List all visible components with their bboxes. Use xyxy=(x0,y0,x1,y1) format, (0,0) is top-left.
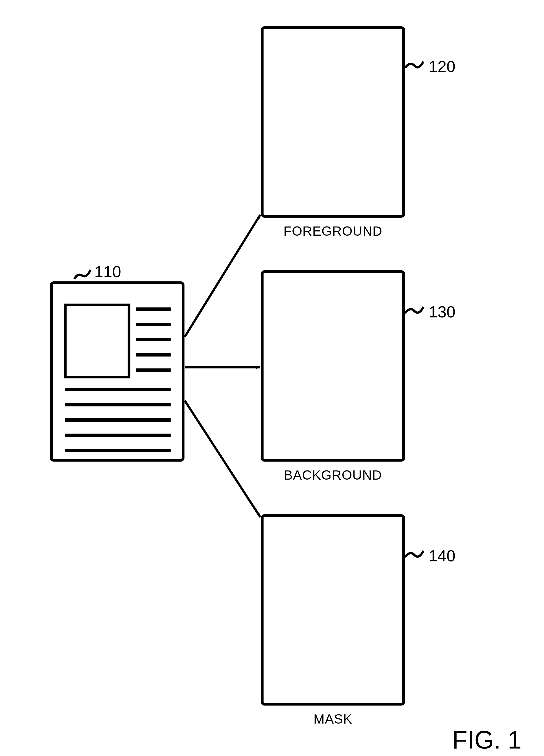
ref-leader-source xyxy=(74,270,90,279)
label-background: BACKGROUND xyxy=(284,468,382,482)
foreground-box xyxy=(262,28,404,216)
figure-label: FIG. 1 xyxy=(452,726,522,754)
ref-leader-mask xyxy=(405,551,423,557)
ref-label-source: 110 xyxy=(94,263,121,281)
ref-leader-background xyxy=(405,307,423,313)
label-foreground: FOREGROUND xyxy=(284,224,383,238)
ref-label-mask: 140 xyxy=(429,547,456,565)
ref-label-background: 130 xyxy=(429,303,456,321)
source-document xyxy=(51,283,183,460)
ref-leader-foreground xyxy=(405,62,423,68)
svg-rect-2 xyxy=(65,305,129,377)
label-mask: MASK xyxy=(314,712,352,726)
mask-box xyxy=(262,516,404,704)
arrow-to-mask xyxy=(185,401,260,517)
ref-label-foreground: 120 xyxy=(429,57,456,75)
background-box xyxy=(262,272,404,460)
arrow-to-foreground xyxy=(185,215,260,337)
diagram-svg: 110 120 FOREGROUND 130 BACKGROUND 140 MA… xyxy=(0,0,544,756)
